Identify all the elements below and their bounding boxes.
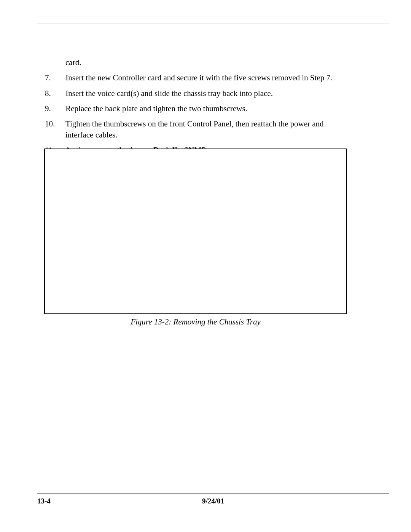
step-text: Replace the back plate and tighten the t… (65, 104, 247, 113)
procedure-steps: 7. Insert the new Controller card and se… (55, 72, 352, 155)
figure-container: Figure 13-2: Removing the Chassis Tray (44, 149, 347, 327)
step-number: 9. (55, 103, 64, 114)
header-rule (37, 24, 389, 24)
continuation-line: card. (65, 57, 352, 68)
step-9: 9. Replace the back plate and tighten th… (55, 103, 352, 114)
step-number: 7. (55, 72, 64, 83)
step-text: Tighten the thumbscrews on the front Con… (65, 119, 324, 139)
step-10: 10. Tighten the thumbscrews on the front… (55, 118, 352, 140)
footer-rule (37, 494, 389, 494)
page-number: 13-4 (37, 497, 51, 505)
step-text: Insert the voice card(s) and slide the c… (65, 89, 273, 98)
step-number: 8. (55, 88, 64, 99)
footer-date: 9/24/01 (37, 497, 389, 505)
body-content: card. 7. Insert the new Controller card … (55, 57, 352, 160)
step-text: Insert the new Controller card and secur… (65, 73, 332, 82)
page-footer: 13-4 9/24/01 (37, 494, 389, 505)
step-8: 8. Insert the voice card(s) and slide th… (55, 88, 352, 99)
step-number: 10. (55, 118, 64, 129)
footer-row: 13-4 9/24/01 (37, 497, 389, 505)
step-7: 7. Insert the new Controller card and se… (55, 72, 352, 83)
figure-placeholder (44, 149, 347, 314)
figure-caption: Figure 13-2: Removing the Chassis Tray (44, 317, 347, 327)
document-page: card. 7. Insert the new Controller card … (0, 0, 411, 532)
